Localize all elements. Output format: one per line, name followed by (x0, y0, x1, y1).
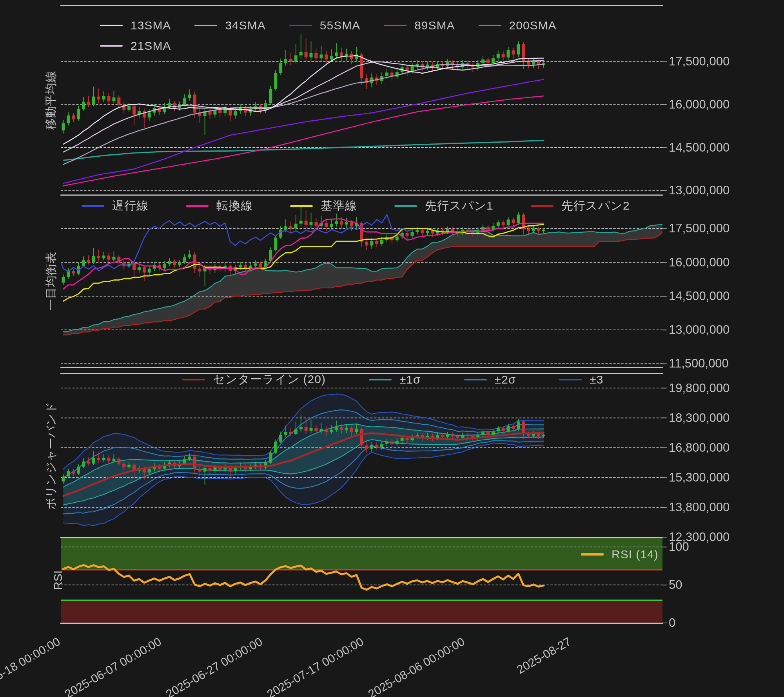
chart-stage: 13SMA 34SMA 55SMA 89SMA 200SMA 21SMA 遅行線 (0, 0, 784, 697)
13sma-label: 13SMA (131, 19, 171, 32)
sigma1-label: ±1σ (399, 373, 421, 386)
y-axis-tick-label: 100 (669, 540, 689, 554)
tenkan-label: 転換線 (216, 198, 253, 214)
legend-item-tenkan: 転換線 (186, 198, 253, 214)
rsi-legend: RSI (14) (581, 548, 659, 561)
sigma2-label: ±2σ (495, 373, 516, 386)
bollinger-panel-ylabel: ボリンジャーバンド (43, 402, 59, 510)
y-axis-tick-label: 11,500,000 (669, 357, 729, 371)
y-axis-tick-label: 16,800,000 (669, 441, 730, 455)
y-axis-tick-label: 19,800,000 (669, 381, 730, 395)
rsi-swatch (581, 553, 604, 556)
55sma-label: 55SMA (320, 19, 360, 32)
y-axis-tick-label: 18,300,000 (669, 411, 730, 425)
y-axis-tick-label: 13,800,000 (669, 500, 730, 514)
legend-item-rsi: RSI (14) (581, 548, 659, 561)
y-axis-tick-label: 17,500,000 (669, 54, 730, 69)
89sma-label: 89SMA (414, 19, 455, 32)
senkou1-label: 先行スパン1 (425, 198, 494, 214)
y-axis-tick-label: 14,500,000 (669, 289, 730, 303)
sigma1-swatch (369, 379, 392, 380)
y-axis-tick-label: 0 (669, 616, 675, 630)
sma-legend-row2: 21SMA (100, 39, 171, 53)
13sma-swatch (100, 25, 123, 26)
21sma-swatch (100, 45, 123, 47)
legend-item-200sma: 200SMA (479, 19, 557, 32)
kijun-label: 基準線 (321, 198, 357, 214)
sigma2-swatch (464, 379, 487, 380)
34sma-label: 34SMA (225, 19, 265, 32)
y-axis-tick-label: 16,000,000 (669, 98, 730, 112)
rsi-panel-ylabel: RSI (51, 570, 65, 590)
legend-item-21sma: 21SMA (100, 39, 171, 53)
legend-item-55sma: 55SMA (289, 19, 360, 32)
sigma3-swatch (559, 379, 582, 380)
sigma3-label: ±3 (590, 373, 603, 386)
legend-item-sigma2: ±2σ (464, 373, 516, 386)
tenkan-swatch (186, 205, 209, 207)
legend-item-34sma: 34SMA (194, 19, 265, 32)
21sma-label: 21SMA (131, 39, 171, 53)
34sma-swatch (194, 25, 217, 26)
chikou-swatch (82, 205, 104, 207)
senkou2-swatch (531, 205, 554, 207)
legend-item-centerline: センターライン (20) (182, 371, 326, 387)
89sma-swatch (384, 25, 407, 26)
legend-item-kijun: 基準線 (290, 198, 357, 214)
bollinger-legend: センターライン (20) ±1σ ±2σ ±3 (182, 371, 603, 387)
y-axis-tick-label: 50 (669, 578, 682, 592)
senkou2-label: 先行スパン2 (561, 198, 630, 214)
rsi-legend-label: RSI (14) (612, 548, 659, 561)
legend-item-sigma1: ±1σ (369, 373, 421, 386)
legend-item-13sma: 13SMA (100, 19, 171, 32)
y-axis-tick-label: 13,000,000 (669, 183, 730, 197)
legend-item-senkou2: 先行スパン2 (531, 198, 630, 214)
200sma-label: 200SMA (509, 19, 557, 32)
legend-item-89sma: 89SMA (384, 19, 455, 32)
y-axis-tick-label: 14,500,000 (669, 141, 730, 155)
200sma-swatch (479, 25, 501, 26)
sma-legend-row1: 13SMA 34SMA 55SMA 89SMA 200SMA (100, 19, 557, 32)
senkou1-swatch (394, 205, 417, 207)
y-axis-tick-label: 15,300,000 (669, 471, 730, 485)
legend-item-sigma3: ±3 (559, 373, 603, 386)
chikou-label: 遅行線 (112, 198, 149, 214)
y-axis-tick-label: 13,000,000 (669, 323, 730, 337)
chart-canvas (0, 0, 784, 697)
legend-item-chikou: 遅行線 (82, 198, 149, 214)
sma-panel-ylabel: 移動平均線 (43, 71, 59, 130)
ichimoku-legend: 遅行線 転換線 基準線 先行スパン1 先行スパン2 (82, 198, 630, 214)
legend-item-senkou1: 先行スパン1 (394, 198, 494, 214)
centerline-swatch (182, 379, 205, 380)
y-axis-tick-label: 17,500,000 (669, 221, 730, 235)
55sma-swatch (289, 25, 312, 26)
y-axis-tick-label: 16,000,000 (669, 255, 730, 270)
ichimoku-panel-ylabel: 一目均衡表 (43, 252, 59, 311)
kijun-swatch (290, 205, 313, 207)
centerline-label: センターライン (20) (213, 371, 326, 387)
